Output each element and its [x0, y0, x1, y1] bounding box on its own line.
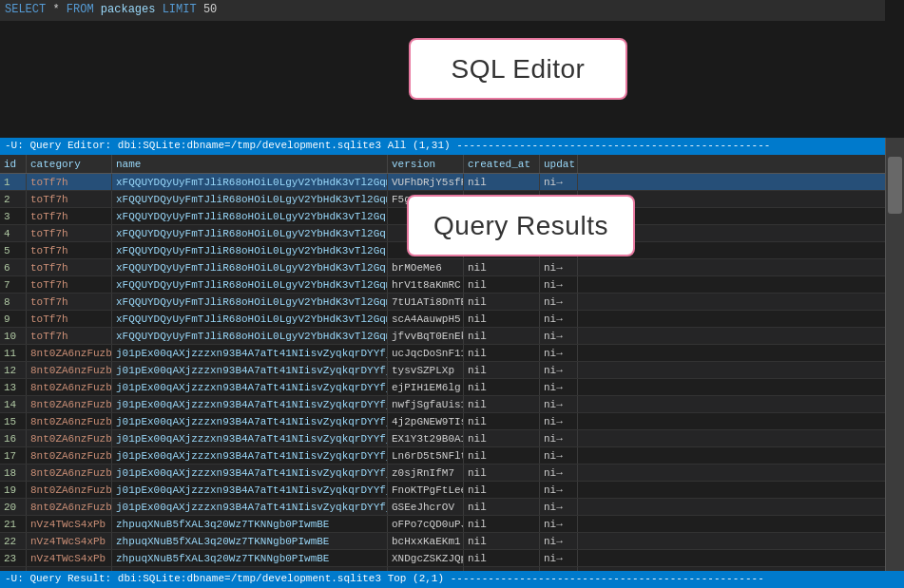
status-bar-top: -U: Query Editor: dbi:SQLite:dbname=/tmp…	[0, 138, 904, 155]
sql-keyword-from: FROM	[67, 3, 94, 16]
cell-name: xFQQUYDQyUyFmTJliR68oHOiL0LgyV2YbHdK3vTl…	[112, 311, 388, 327]
cell-category: 8nt0ZA6nzFuzb	[27, 465, 112, 481]
cell-category: 8nt0ZA6nzFuzb	[27, 345, 112, 361]
table-row[interactable]: 8 toTf7h xFQQUYDQyUyFmTJliR68oHOiL0LgyV2…	[0, 294, 885, 311]
cell-id: 12	[0, 362, 27, 378]
table-row[interactable]: 7 toTf7h xFQQUYDQyUyFmTJliR68oHOiL0LgyV2…	[0, 276, 885, 294]
cell-name: xFQQUYDQyUyFmTJliR68oHOiL0LgyV2YbHdK3vTl…	[112, 191, 388, 207]
table-row[interactable]: 22 nVz4TWcS4xPb zhpuqXNuB5fXAL3q20Wz7TKN…	[0, 533, 885, 550]
cell-id: 7	[0, 276, 27, 293]
cell-id: 11	[0, 345, 27, 361]
table-row[interactable]: 11 8nt0ZA6nzFuzb j01pEx00qAXjzzzxn93B4A7…	[0, 345, 885, 362]
cell-category: nVz4TWcS4xPb	[27, 533, 112, 549]
table-row[interactable]: 6 toTf7h xFQQUYDQyUyFmTJliR68oHOiL0LgyV2…	[0, 259, 885, 276]
table-row[interactable]: 12 8nt0ZA6nzFuzb j01pEx00qAXjzzzxn93B4A7…	[0, 362, 885, 379]
cell-created-at: nil	[464, 516, 540, 532]
cell-name: j01pEx00qAXjzzzxn93B4A7aTt41NIisvZyqkqrD…	[112, 447, 388, 464]
cell-category: 8nt0ZA6nzFuzb	[27, 396, 112, 412]
sql-editor-label: SQL Editor	[452, 54, 586, 85]
table-row[interactable]: 19 8nt0ZA6nzFuzb j01pEx00qAXjzzzxn93B4A7…	[0, 482, 885, 499]
cell-id: 21	[0, 516, 27, 532]
cell-name: j01pEx00qAXjzzzxn93B4A7aTt41NIisvZyqkqrD…	[112, 362, 388, 378]
cell-id: 2	[0, 191, 27, 207]
cell-version: FnoKTPgFtLeea	[388, 482, 464, 498]
cell-name: j01pEx00qAXjzzzxn93B4A7aTt41NIisvZyqkqrD…	[112, 345, 388, 361]
cell-version: 7tU1ATi8DnTBsV	[388, 294, 464, 310]
cell-category: toTf7h	[27, 294, 112, 310]
cell-id: 18	[0, 465, 27, 481]
cell-created-at: nil	[464, 294, 540, 310]
cell-category: 8nt0ZA6nzFuzb	[27, 413, 112, 429]
table-row[interactable]: 13 8nt0ZA6nzFuzb j01pEx00qAXjzzzxn93B4A7…	[0, 379, 885, 396]
cell-updat: ni→	[540, 345, 578, 361]
table-row[interactable]: 20 8nt0ZA6nzFuzb j01pEx00qAXjzzzxn93B4A7…	[0, 499, 885, 516]
cell-id: 15	[0, 413, 27, 429]
cell-category: 8nt0ZA6nzFuzb	[27, 379, 112, 395]
cell-name: j01pEx00qAXjzzzxn93B4A7aTt41NIisvZyqkqrD…	[112, 482, 388, 498]
sql-keyword-select: SELECT	[5, 3, 46, 16]
cell-version: z0sjRnIfM7	[388, 465, 464, 481]
cell-created-at: nil	[464, 259, 540, 275]
col-header-category: category	[27, 155, 112, 173]
table-row[interactable]: 1 toTf7h xFQQUYDQyUyFmTJliR68oHOiL0LgyV2…	[0, 174, 885, 191]
cell-name: j01pEx00qAXjzzzxn93B4A7aTt41NIisvZyqkqrD…	[112, 379, 388, 395]
cell-id: 17	[0, 447, 27, 464]
sql-star: *	[52, 3, 66, 16]
table-row[interactable]: 21 nVz4TWcS4xPb zhpuqXNuB5fXAL3q20Wz7TKN…	[0, 516, 885, 533]
cell-category: toTf7h	[27, 191, 112, 207]
table-row[interactable]: 16 8nt0ZA6nzFuzb j01pEx00qAXjzzzxn93B4A7…	[0, 430, 885, 447]
cell-created-at: nil	[464, 482, 540, 498]
cell-name: j01pEx00qAXjzzzxn93B4A7aTt41NIisvZyqkqrD…	[112, 465, 388, 481]
cell-updat: ni→	[540, 413, 578, 429]
status-bar-bottom: -U: Query Result: dbi:SQLite:dbname=/tmp…	[0, 571, 904, 588]
cell-id: 1	[0, 174, 27, 190]
cell-id: 6	[0, 259, 27, 275]
scrollbar[interactable]	[885, 138, 904, 571]
cell-version: EX1Y3t29B0A1	[388, 430, 464, 446]
table-row[interactable]: 15 8nt0ZA6nzFuzb j01pEx00qAXjzzzxn93B4A7…	[0, 413, 885, 430]
cell-created-at: nil	[464, 396, 540, 412]
scrollbar-thumb[interactable]	[888, 157, 902, 214]
cell-name: xFQQUYDQyUyFmTJliR68oHOiL0LgyV2YbHdK3vTl…	[112, 208, 388, 224]
col-header-version: version	[388, 155, 464, 173]
table-row[interactable]: 17 8nt0ZA6nzFuzb j01pEx00qAXjzzzxn93B4A7…	[0, 447, 885, 465]
cell-category: 8nt0ZA6nzFuzb	[27, 447, 112, 464]
cell-created-at: nil	[464, 328, 540, 344]
cell-category: 8nt0ZA6nzFuzb	[27, 482, 112, 498]
cell-category: toTf7h	[27, 259, 112, 275]
cell-name: j01pEx00qAXjzzzxn93B4A7aTt41NIisvZyqkqrD…	[112, 396, 388, 412]
cell-created-at: nil	[464, 447, 540, 464]
cell-category: toTf7h	[27, 174, 112, 190]
cell-category: 8nt0ZA6nzFuzb	[27, 430, 112, 446]
table-row[interactable]: 23 nVz4TWcS4xPb zhpuqXNuB5fXAL3q20Wz7TKN…	[0, 550, 885, 567]
cell-created-at: nil	[464, 362, 540, 378]
cell-category: toTf7h	[27, 242, 112, 258]
cell-id: 20	[0, 499, 27, 515]
table-row[interactable]: 10 toTf7h xFQQUYDQyUyFmTJliR68oHOiL0LgyV…	[0, 328, 885, 345]
cell-version: ejPIH1EM6lg	[388, 379, 464, 395]
cell-updat: ni→	[540, 276, 578, 293]
col-header-updat: updat	[540, 155, 578, 173]
cell-id: 10	[0, 328, 27, 344]
cell-updat: ni→	[540, 516, 578, 532]
cell-category: toTf7h	[27, 311, 112, 327]
col-header-id: id	[0, 155, 27, 173]
cell-version: scA4AauwpH5	[388, 311, 464, 327]
cell-category: toTf7h	[27, 225, 112, 241]
cell-name: j01pEx00qAXjzzzxn93B4A7aTt41NIisvZyqkqrD…	[112, 499, 388, 515]
table-row[interactable]: 9 toTf7h xFQQUYDQyUyFmTJliR68oHOiL0LgyV2…	[0, 311, 885, 328]
cell-id: 5	[0, 242, 27, 258]
cell-category: toTf7h	[27, 276, 112, 293]
cell-name: xFQQUYDQyUyFmTJliR68oHOiL0LgyV2YbHdK3vTl…	[112, 328, 388, 344]
cell-category: nVz4TWcS4xPb	[27, 550, 112, 566]
col-header-name: name	[112, 155, 388, 173]
cell-created-at: nil	[464, 430, 540, 446]
cell-name: xFQQUYDQyUyFmTJliR68oHOiL0LgyV2YbHdK3vTl…	[112, 174, 388, 190]
col-header-created-at: created_at	[464, 155, 540, 173]
table-row[interactable]: 14 8nt0ZA6nzFuzb j01pEx00qAXjzzzxn93B4A7…	[0, 396, 885, 413]
cell-version: tysvSZPLXp	[388, 362, 464, 378]
table-row[interactable]: 18 8nt0ZA6nzFuzb j01pEx00qAXjzzzxn93B4A7…	[0, 465, 885, 482]
cell-id: 3	[0, 208, 27, 224]
status-bottom-text: -U: Query Result: dbi:SQLite:dbname=/tmp…	[5, 573, 764, 584]
cell-updat: ni→	[540, 447, 578, 464]
